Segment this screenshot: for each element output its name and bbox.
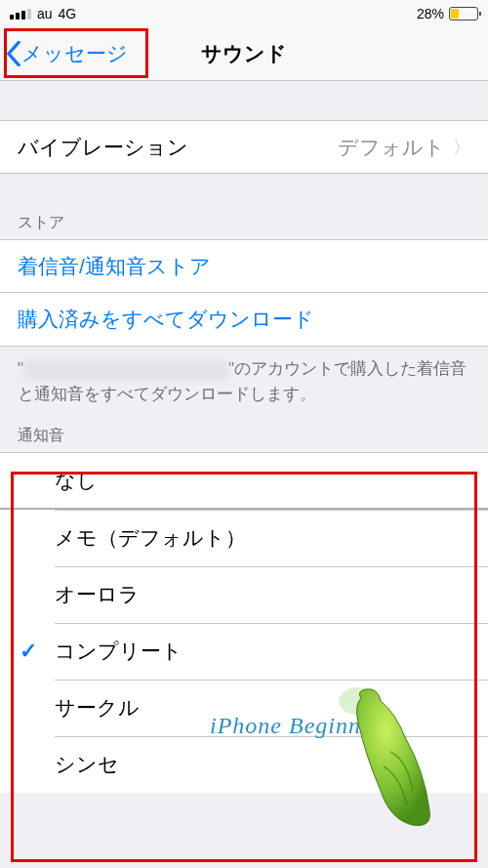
chevron-left-icon	[6, 41, 21, 66]
battery-icon	[449, 7, 478, 21]
alert-tone-row[interactable]: メモ（デフォルト）	[0, 510, 488, 566]
alert-tones-list: なし メモ（デフォルト） オーロラ ✓ コンプリート サークル シンセ	[0, 452, 488, 793]
alert-tones-header: 通知音	[0, 416, 488, 452]
vibration-cell[interactable]: バイブレーション デフォルト 〉	[0, 120, 488, 174]
alert-tone-row[interactable]: なし	[0, 453, 488, 510]
back-label: メッセージ	[21, 40, 128, 67]
alert-tone-label: シンセ	[55, 751, 119, 778]
nav-bar: メッセージ サウンド	[0, 27, 488, 81]
chevron-right-icon: 〉	[453, 136, 470, 159]
store-section-header: ストア	[0, 174, 488, 239]
network-label: 4G	[59, 6, 77, 21]
alert-tone-label: サークル	[55, 694, 140, 722]
alert-tone-label: メモ（デフォルト）	[55, 524, 246, 552]
checkmark-icon: ✓	[20, 639, 37, 664]
status-bar: au 4G 28%	[0, 0, 488, 27]
redacted-account	[23, 360, 228, 380]
alert-tone-row[interactable]: サークル	[0, 680, 488, 736]
alert-tone-row[interactable]: ✓ コンプリート	[0, 623, 488, 680]
store-footer-text: ""のアカウントで購入した着信音と通知音をすべてダウンロードします。	[0, 347, 488, 416]
vibration-value: デフォルト	[338, 134, 445, 161]
carrier-label: au	[37, 6, 53, 21]
status-left: au 4G	[10, 6, 76, 21]
back-button[interactable]: メッセージ	[0, 27, 128, 80]
download-all-label: 購入済みをすべてダウンロード	[18, 306, 314, 333]
vibration-detail: デフォルト 〉	[338, 134, 470, 161]
signal-icon	[10, 9, 31, 20]
alert-tone-row[interactable]: オーロラ	[0, 566, 488, 623]
tone-store-label: 着信音/通知音ストア	[18, 253, 211, 280]
tone-store-cell[interactable]: 着信音/通知音ストア	[0, 239, 488, 293]
alert-tone-label: コンプリート	[55, 638, 183, 665]
alert-tone-label: オーロラ	[55, 581, 140, 608]
alert-tone-row[interactable]: シンセ	[0, 736, 488, 793]
battery-indicator: 28%	[417, 6, 478, 21]
battery-percent: 28%	[417, 6, 444, 21]
alert-tone-label: なし	[55, 467, 98, 494]
vibration-label: バイブレーション	[18, 134, 188, 161]
download-all-cell[interactable]: 購入済みをすべてダウンロード	[0, 293, 488, 347]
